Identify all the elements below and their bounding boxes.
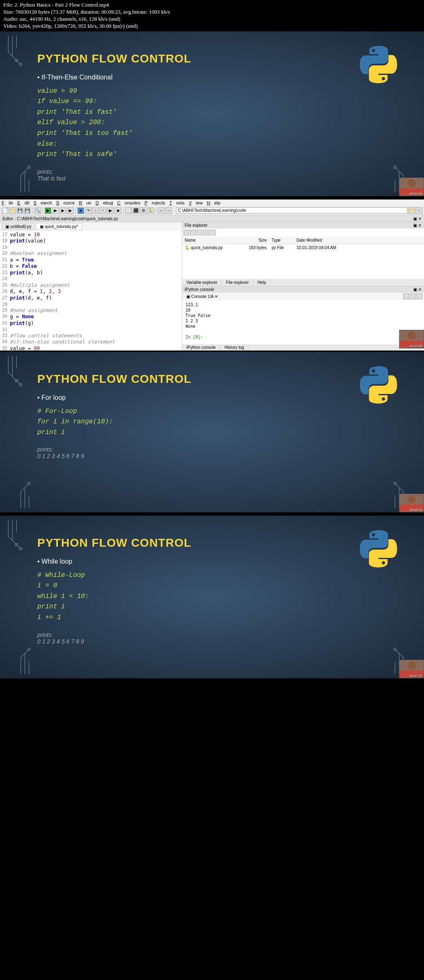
console-panel: IPython console▣ ✕ ▣ Console 1/A ✕ 123.1… [182, 286, 424, 351]
circuit-decoration [4, 356, 29, 406]
file-explorer-panel: File explorer▣ ✕ Name Size Type Date Mod… [182, 222, 424, 286]
forward-icon[interactable]: → [165, 207, 172, 214]
slide-if-else: PYTHON FLOW CONTROL If-Then-Else Conditi… [0, 31, 424, 196]
save-all-icon[interactable]: 💾 [24, 207, 31, 214]
open-icon[interactable]: 📁 [9, 207, 16, 214]
panel-controls[interactable]: ▣ ✕ [413, 287, 422, 292]
menu-consoles[interactable]: Consoles [117, 200, 140, 205]
tab-variable-explorer[interactable]: Variable explorer [182, 279, 222, 286]
python-logo-icon [358, 44, 399, 85]
toolbar: 📄 📁 💾 💾 🔍 ▶ ▶ ▶ ▶ ● ↷ ↓ ↑ ▶ ■ ⬜ ⬛ ⚙ 🐍 ← … [0, 206, 424, 216]
editor-tabs: ▣ untitled0.py ▣ quick_tutorials.py* [0, 222, 182, 231]
menu-file[interactable]: File [2, 200, 13, 205]
fullscreen-icon[interactable]: ⬛ [132, 207, 139, 214]
options-icon[interactable] [210, 230, 216, 235]
tab-file-explorer[interactable]: File explorer [222, 279, 253, 286]
menubar: FileEditSearchSourceRunDebugConsolesProj… [0, 199, 424, 206]
circuit-decoration [17, 475, 41, 508]
code-editor[interactable]: 17value = 1018print(value)1920#boolean a… [0, 231, 182, 351]
interrupt-icon[interactable] [403, 293, 409, 299]
code-block: # For-Loopfor i in range(10):print i [37, 406, 387, 438]
file-table: Name Size Type Date Modified 🐍 quick_tut… [182, 237, 424, 279]
maximize-icon[interactable]: ⬜ [125, 207, 132, 214]
prints-label: prints: [37, 632, 387, 638]
slide-title: PYTHON FLOW CONTROL [37, 536, 387, 550]
save-icon[interactable]: 💾 [17, 207, 23, 214]
editor-tab-active[interactable]: ▣ quick_tutorials.py* [36, 223, 82, 230]
parent-dir-icon[interactable]: ↑ [416, 207, 422, 214]
console-bottom-tabs: IPython console History log [182, 344, 424, 351]
python-logo-icon [358, 364, 399, 406]
circuit-decoration [4, 520, 29, 569]
forward-icon[interactable] [190, 230, 196, 235]
menu-help[interactable]: Help [207, 200, 221, 205]
preferences-icon[interactable]: ⚙ [140, 207, 147, 214]
options-icon[interactable] [410, 293, 416, 299]
prints-label: prints: [37, 446, 387, 453]
editor-panel-header: Editor - C:\ABHI\Tech\MachineLearning\co… [0, 216, 424, 222]
run-config-icon[interactable]: ▶ [67, 207, 74, 214]
working-dir-input[interactable] [176, 207, 407, 214]
slide-title: PYTHON FLOW CONTROL [37, 372, 387, 386]
python-logo-icon [358, 528, 399, 569]
panel-controls[interactable]: ▣ ✕ [413, 223, 422, 228]
circuit-decoration [17, 641, 41, 674]
tab-help[interactable]: Help [253, 279, 271, 286]
step-in-icon[interactable]: ↓ [92, 207, 99, 214]
file-row[interactable]: 🐍 quick_tutorials.py 183 bytes py File 1… [182, 244, 424, 251]
webcam-overlay: 00:01:51 [399, 178, 424, 196]
col-header[interactable]: Name [182, 238, 244, 243]
code-block: value = 99if value == 99:print 'That is … [37, 86, 387, 160]
up-icon[interactable] [197, 230, 202, 235]
console-output[interactable]: 123.110True False1 2 3None In [9]: [182, 300, 424, 344]
webcam-overlay: 00:07:37 [399, 660, 424, 678]
run-icon[interactable]: ▶ [45, 207, 51, 214]
menu-projects[interactable]: Projects [145, 200, 165, 205]
menu-run[interactable]: Run [79, 200, 91, 205]
slide-bullet: While loop [37, 558, 387, 565]
slide-while-loop: PYTHON FLOW CONTROL While loop # While-L… [0, 516, 424, 678]
stop-icon[interactable]: ■ [115, 207, 121, 214]
circuit-decoration [17, 159, 41, 192]
step-over-icon[interactable]: ↷ [85, 207, 92, 214]
menu-view[interactable]: View [189, 200, 203, 205]
menu-source[interactable]: Source [56, 200, 75, 205]
editor-panel: ▣ untitled0.py ▣ quick_tutorials.py* 17v… [0, 222, 182, 351]
slide-bullet: For loop [37, 394, 387, 401]
menu-icon[interactable] [417, 293, 422, 299]
right-panel-tabs: Variable explorer File explorer Help [182, 279, 424, 286]
run-cell-icon[interactable]: ▶ [52, 207, 59, 214]
editor-tab[interactable]: ▣ untitled0.py [2, 223, 35, 230]
refresh-icon[interactable] [203, 230, 209, 235]
slide-bullet: If-Then-Else Conditional [37, 74, 387, 81]
menu-search[interactable]: Search [34, 200, 52, 205]
debug-icon[interactable]: ● [77, 207, 84, 214]
prints-label: prints: [37, 168, 387, 175]
menu-edit[interactable]: Edit [17, 200, 29, 205]
menu-tools[interactable]: Tools [169, 200, 185, 205]
webcam-overlay: 00:03:39 [399, 330, 424, 348]
browse-icon[interactable]: 📁 [408, 207, 415, 214]
continue-icon[interactable]: ▶ [107, 207, 114, 214]
console-tab[interactable]: ▣ Console 1/A ✕ [184, 293, 221, 300]
code-block: # While-Loopi = 0while i < 10:print ii +… [37, 570, 387, 623]
panel-controls[interactable]: ▣ ✕ [413, 216, 422, 221]
menu-debug[interactable]: Debug [96, 200, 113, 205]
step-out-icon[interactable]: ↑ [100, 207, 106, 214]
search-icon[interactable]: 🔍 [34, 207, 41, 214]
col-header[interactable]: Date Modified [294, 238, 424, 243]
python-path-icon[interactable]: 🐍 [147, 207, 154, 214]
back-icon[interactable] [183, 230, 189, 235]
prints-output: 0 1 2 3 4 5 6 7 8 9 [37, 453, 387, 459]
file-metadata: File: 2. Python Basics - Part 2 Flow Con… [0, 0, 424, 31]
tab-ipython-console[interactable]: IPython console [182, 344, 220, 351]
col-header[interactable]: Type [269, 238, 294, 243]
tab-history-log[interactable]: History log [220, 344, 248, 351]
run-selection-icon[interactable]: ▶ [60, 207, 66, 214]
webcam-overlay: 00:05:53 [399, 494, 424, 512]
back-icon[interactable]: ← [158, 207, 164, 214]
col-header[interactable]: Size [244, 238, 269, 243]
prints-output: That is fast [37, 175, 387, 182]
new-file-icon[interactable]: 📄 [2, 207, 8, 214]
circuit-decoration [4, 36, 29, 85]
